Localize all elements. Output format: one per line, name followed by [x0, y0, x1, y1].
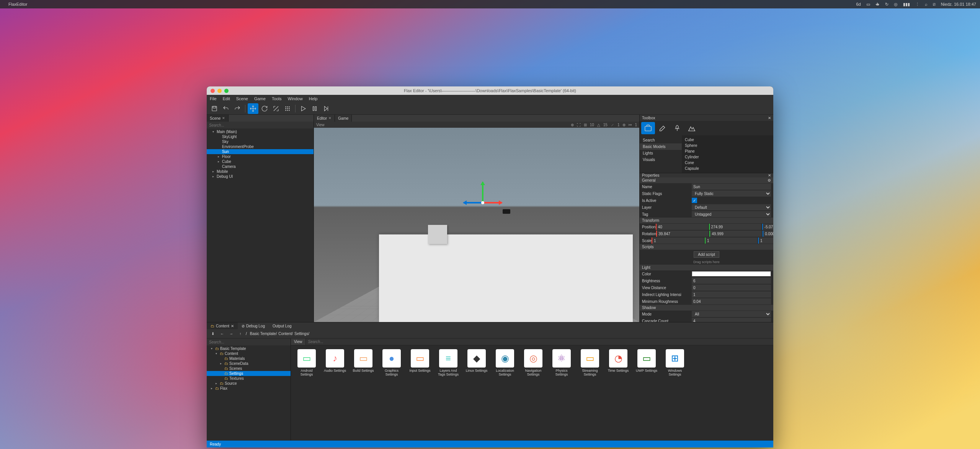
toolbox-item[interactable]: Cylinder — [682, 154, 773, 160]
indirect-input[interactable] — [692, 291, 771, 298]
move-tool-button[interactable] — [248, 103, 258, 114]
content-item[interactable]: ◎Navigation Settings — [521, 349, 545, 377]
viewport-tool-icon[interactable]: ⟋ — [611, 123, 614, 127]
tree-item[interactable]: ▸Mobile — [207, 169, 314, 174]
content-search-input[interactable] — [306, 338, 774, 345]
viewport-globe-icon[interactable]: ⊕ — [622, 123, 626, 127]
scale-y-input[interactable] — [705, 238, 757, 244]
viewport-fullscreen-icon[interactable]: ⛶ — [577, 123, 581, 127]
wifi-icon[interactable]: ⋮ — [915, 2, 920, 7]
transform-gizmo[interactable] — [464, 182, 502, 220]
content-item[interactable]: ▭Build Settings — [351, 349, 375, 377]
scene-search-input[interactable] — [207, 122, 314, 129]
undo-button[interactable] — [220, 103, 231, 114]
scale-x-input[interactable] — [652, 238, 704, 244]
is-active-checkbox[interactable]: ✓ — [692, 198, 697, 203]
content-item[interactable]: ▭Input Settings — [408, 349, 432, 377]
static-flags-select[interactable]: Fully Static — [692, 190, 771, 197]
content-tree-search[interactable] — [207, 338, 291, 345]
viewdist-input[interactable] — [692, 285, 771, 291]
pos-z-input[interactable] — [762, 224, 773, 230]
layer-select[interactable]: Default — [692, 204, 771, 210]
gizmo-y-axis[interactable] — [482, 182, 483, 203]
back-button[interactable]: ← — [218, 330, 226, 338]
content-item[interactable]: ▭Streaming Settings — [578, 349, 602, 377]
pause-button[interactable] — [309, 103, 320, 114]
menu-scene[interactable]: Scene — [236, 96, 248, 101]
tree-item[interactable]: ▸Debug UI — [207, 174, 314, 179]
docker-icon[interactable]: ⛴ — [875, 2, 880, 7]
tag-select[interactable]: Untagged — [692, 211, 771, 217]
control-center-icon[interactable]: ⎚ — [933, 2, 936, 7]
redo-button[interactable] — [232, 103, 243, 114]
content-view-button[interactable]: View — [291, 338, 306, 345]
tree-item[interactable]: EnvironmentProbe — [207, 144, 314, 149]
color-picker[interactable] — [692, 271, 771, 277]
scene-tab[interactable]: Scene ✕ — [207, 115, 229, 122]
sync-icon[interactable]: ↻ — [885, 2, 889, 7]
content-tree-item[interactable]: ▾🗀Content — [207, 351, 291, 356]
up-button[interactable]: ↑ — [237, 330, 244, 338]
scale-tool-button[interactable] — [271, 103, 281, 114]
toolbox-category[interactable]: Visuals — [640, 156, 682, 163]
datetime[interactable]: Niedz. 16.01 18:47 — [941, 2, 976, 7]
scale-z-input[interactable] — [758, 238, 773, 244]
content-item[interactable]: ▭Android Settings — [295, 349, 318, 377]
pos-x-input[interactable] — [656, 224, 708, 230]
toolbox-item[interactable]: Sphere — [682, 143, 773, 148]
toolbox-item[interactable]: Cube — [682, 137, 773, 143]
content-tree-item[interactable]: 🗀Textures — [207, 376, 291, 381]
content-tree-item[interactable]: ▾🗀Basic Template — [207, 346, 291, 351]
gizmo-x-axis[interactable] — [483, 202, 502, 203]
content-item[interactable]: ≡Layers And Tags Settings — [436, 349, 460, 377]
search-icon[interactable]: ⌕ — [925, 2, 928, 7]
breadcrumb-item[interactable]: Basic Template/ — [250, 332, 277, 336]
pos-y-input[interactable] — [709, 224, 761, 230]
shadow-mode-select[interactable]: All — [692, 311, 771, 317]
debug-log-tab[interactable]: ⊘Debug Log — [238, 322, 269, 329]
menu-tools[interactable]: Tools — [272, 96, 282, 101]
app-name[interactable]: FlaxEditor — [8, 2, 28, 7]
content-item[interactable]: ♪Audio Settings — [323, 349, 347, 377]
snap-tool-button[interactable] — [282, 103, 293, 114]
close-icon[interactable]: ✕ — [328, 116, 332, 120]
content-item[interactable]: ◆Linux Settings — [465, 349, 488, 377]
menu-game[interactable]: Game — [254, 96, 266, 101]
toolbox-item[interactable]: Cone — [682, 160, 773, 166]
content-tree-item[interactable]: 🗀Settings — [207, 371, 291, 376]
tree-item[interactable]: ▸Floor — [207, 154, 314, 159]
output-log-tab[interactable]: Output Log — [269, 322, 295, 329]
game-tab[interactable]: Game — [335, 115, 352, 122]
breadcrumb-item[interactable]: Content/ — [278, 332, 293, 336]
breadcrumb-item[interactable]: Settings/ — [294, 332, 309, 336]
toolbox-item[interactable]: Capsule — [682, 166, 773, 171]
maximize-window-button[interactable] — [224, 89, 229, 93]
tree-item[interactable]: Sun — [207, 149, 314, 154]
toolbox-category[interactable]: Lights — [640, 150, 682, 156]
play-button[interactable] — [298, 103, 309, 114]
battery-icon[interactable]: ▮▮▮ — [903, 2, 910, 7]
viewport[interactable] — [314, 128, 639, 322]
menu-file[interactable]: File — [210, 96, 217, 101]
content-tab[interactable]: 🗀Content✕ — [207, 322, 238, 329]
menu-help[interactable]: Help — [309, 96, 318, 101]
toolbox-category[interactable]: Basic Models — [640, 143, 682, 150]
editor-tab[interactable]: Editor ✕ — [314, 115, 335, 122]
toolbox-paint-tab[interactable] — [656, 122, 670, 134]
content-item[interactable]: ▭UWP Settings — [635, 349, 658, 377]
display-icon[interactable]: ▭ — [866, 2, 870, 7]
toolbox-terrain-tab[interactable] — [685, 122, 699, 134]
tree-item[interactable]: ▾Main (Main) — [207, 129, 314, 134]
forward-button[interactable]: → — [227, 330, 235, 338]
toolbox-spawn-tab[interactable] — [641, 122, 655, 134]
rot-x-input[interactable] — [656, 231, 709, 237]
close-icon[interactable]: ✕ — [768, 173, 771, 177]
rot-z-input[interactable] — [763, 231, 773, 237]
content-tree-item[interactable]: 🗀Materials — [207, 356, 291, 361]
name-input[interactable] — [692, 184, 771, 190]
tree-item[interactable]: Sky — [207, 139, 314, 144]
toolbox-foliage-tab[interactable] — [670, 122, 684, 134]
cascade-input[interactable] — [692, 318, 771, 322]
viewport-arrow-icon[interactable]: ↦ — [629, 123, 632, 127]
import-button[interactable]: ⬇ — [209, 330, 217, 338]
